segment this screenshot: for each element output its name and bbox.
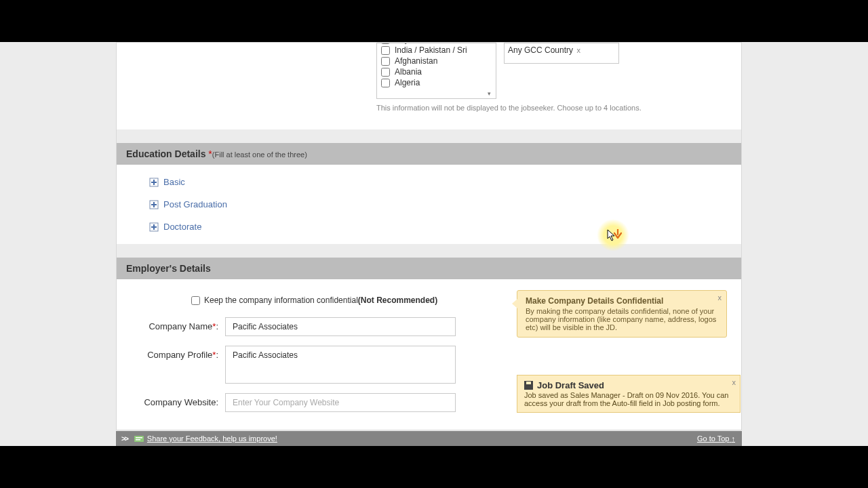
education-section-body: Basic Post Graduation Doctorate <box>117 165 741 244</box>
add-icon <box>149 222 159 232</box>
svg-rect-2 <box>151 182 157 183</box>
confidential-tooltip: x Make Company Details Confidential By m… <box>517 290 727 338</box>
education-link-basic[interactable]: Basic <box>149 177 741 187</box>
location-option[interactable]: Algeria <box>377 77 496 88</box>
location-checkbox[interactable] <box>381 68 390 77</box>
remove-tag-icon[interactable]: x <box>576 46 580 54</box>
not-recommended-label: (Not Recommended) <box>358 296 437 305</box>
feedback-icon <box>134 434 144 443</box>
location-option-label: Albania <box>395 67 422 77</box>
education-link-postgrad[interactable]: Post Graduation <box>149 199 741 209</box>
education-link-label[interactable]: Post Graduation <box>163 199 227 209</box>
location-checkbox[interactable] <box>381 46 390 55</box>
svg-rect-10 <box>136 437 142 439</box>
svg-rect-8 <box>151 226 157 228</box>
company-profile-label: Company Profile*: <box>130 346 225 360</box>
svg-rect-9 <box>134 436 144 442</box>
close-icon[interactable]: x <box>718 293 722 302</box>
location-option[interactable]: India / Pakistan / Sri <box>377 45 496 56</box>
svg-rect-5 <box>151 204 157 205</box>
draft-saved-toast: x Job Draft Saved Job saved as Sales Man… <box>517 375 741 413</box>
education-link-doctorate[interactable]: Doctorate <box>149 222 741 232</box>
location-option-label: Algeria <box>395 78 420 87</box>
add-icon <box>149 200 159 209</box>
location-option-label: India / Pakistan / Sri <box>395 45 467 55</box>
confidential-label: Keep the company information confidentia… <box>204 296 358 305</box>
add-icon <box>149 178 159 187</box>
tooltip-body: By making the company details confidenti… <box>526 307 718 331</box>
location-checkbox[interactable] <box>381 43 390 44</box>
location-checklist[interactable]: Any Middle East Coun India / Pakistan / … <box>376 43 496 99</box>
location-option[interactable]: Afghanistan <box>377 56 496 66</box>
company-name-input[interactable] <box>225 317 456 336</box>
close-icon[interactable]: x <box>732 378 736 386</box>
company-website-input[interactable] <box>225 393 456 412</box>
toast-title-row: Job Draft Saved <box>524 380 733 390</box>
arrow-up-icon: ↑ <box>732 434 736 443</box>
tooltip-title: Make Company Details Confidential <box>526 296 718 306</box>
go-to-top-link[interactable]: Go to Top ↑ <box>697 434 742 443</box>
employer-title: Employer's Details <box>126 263 211 274</box>
employer-section-header: Employer's Details <box>117 258 741 279</box>
location-option-label: Any Middle East Coun <box>395 43 475 44</box>
company-profile-input[interactable] <box>225 346 456 384</box>
company-name-label: Company Name*: <box>130 317 225 331</box>
confidential-checkbox[interactable] <box>191 296 200 305</box>
location-option[interactable]: Albania <box>377 66 496 77</box>
locations-row: Any Middle East Coun India / Pakistan / … <box>117 43 741 129</box>
dropdown-arrow-icon[interactable]: ▾ <box>488 90 494 97</box>
location-tag: Any GCC Country x <box>508 45 580 55</box>
education-link-label[interactable]: Basic <box>163 177 185 187</box>
toast-body: Job saved as Sales Manager - Draft on 09… <box>524 391 733 407</box>
location-option-label: Afghanistan <box>395 56 437 66</box>
main-form-panel: Any Middle East Coun India / Pakistan / … <box>116 42 742 430</box>
selected-locations-box: Any GCC Country x <box>504 43 619 64</box>
tooltip-tail-icon <box>512 299 517 308</box>
chevrons-icon[interactable]: >> <box>116 434 133 443</box>
employer-section-body: Keep the company information confidentia… <box>117 279 741 424</box>
section-gap <box>117 244 741 258</box>
education-section-header: Education Details *(Fill at least one of… <box>117 143 741 165</box>
education-subtitle: (Fill at least one of the three) <box>212 150 307 159</box>
company-website-label: Company Website: <box>130 393 225 407</box>
feedback-link[interactable]: Share your Feedback, help us improve! <box>147 434 277 443</box>
section-gap <box>117 129 741 143</box>
feedback-bar: >> Share your Feedback, help us improve!… <box>116 431 742 446</box>
location-tag-label: Any GCC Country <box>508 45 573 55</box>
locations-hint: This information will not be displayed t… <box>376 104 642 112</box>
toast-title: Job Draft Saved <box>537 380 604 390</box>
svg-rect-11 <box>136 439 140 441</box>
location-checkbox[interactable] <box>381 57 390 66</box>
save-icon <box>524 381 533 390</box>
education-title: Education Details <box>126 148 205 159</box>
location-checkbox[interactable] <box>381 79 390 87</box>
education-link-label[interactable]: Doctorate <box>163 222 201 232</box>
